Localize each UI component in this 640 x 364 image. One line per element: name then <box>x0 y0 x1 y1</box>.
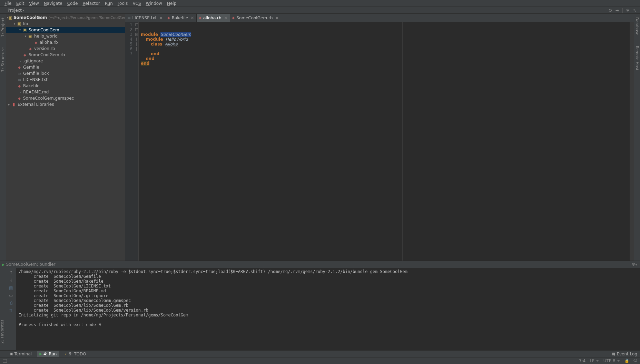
tree-item-label: LICENSE.txt <box>23 77 48 82</box>
wrap-icon[interactable]: ▤ <box>8 285 14 291</box>
menu-code[interactable]: Code <box>65 0 80 7</box>
right-tool-strip: Database Remote Host <box>634 14 640 261</box>
trash-icon[interactable]: 🗑 <box>8 308 14 313</box>
close-icon[interactable]: × <box>190 15 194 20</box>
cursor-position[interactable]: 7:4 <box>579 358 585 363</box>
tree-item-alloha-rb[interactable]: ◆alloha.rb <box>6 39 125 46</box>
hide-icon[interactable]: ⤡ <box>632 8 637 13</box>
expand-arrow-icon[interactable]: ▸ <box>7 103 11 106</box>
remote-host-tool-button[interactable]: Remote Host <box>635 46 639 70</box>
project-tool-button[interactable]: 1: Project <box>1 17 5 37</box>
tree-item-gemfile[interactable]: ◆Gemfile <box>6 64 125 70</box>
target-icon[interactable]: ⊚ <box>608 8 613 13</box>
project-name: SomeCoolGem <box>13 15 47 20</box>
ruby-file-icon: ◆ <box>17 65 22 70</box>
terminal-tab[interactable]: ▣Terminal <box>8 351 34 357</box>
keyword: module <box>141 32 158 37</box>
menu-help[interactable]: Help <box>165 0 179 7</box>
expand-arrow-icon[interactable]: ▾ <box>12 22 17 26</box>
structure-tool-button[interactable]: 7: Structure <box>1 47 5 72</box>
tree-item-license-txt[interactable]: ▭LICENSE.txt <box>6 77 125 83</box>
tree-root[interactable]: ▾ ▣ SomeCoolGem (~/Projects/Personal/gem… <box>6 14 125 21</box>
tree-item-hello-world[interactable]: ▾▣hello_world <box>6 33 125 39</box>
event-log-button[interactable]: ▤Event Log <box>611 352 637 356</box>
statusbar-left <box>3 359 7 363</box>
favorites-tool-button[interactable]: 2: Favorites <box>0 320 4 344</box>
project-panel: ▾ ▣ SomeCoolGem (~/Projects/Personal/gem… <box>6 14 125 261</box>
tree-item-readme-md[interactable]: ▭README.md <box>6 89 125 95</box>
menu-refactor[interactable]: Refactor <box>80 0 102 7</box>
tab-label: LICENSE.txt <box>132 16 157 20</box>
menu-view[interactable]: View <box>27 0 41 7</box>
hector-icon[interactable]: ☺ <box>633 358 637 363</box>
ruby-file-icon: ◆ <box>33 40 39 45</box>
tree-item-label: hello_world <box>34 34 58 39</box>
ruby-file-icon: ◆ <box>22 52 28 57</box>
project-dropdown[interactable]: Project <box>0 8 22 13</box>
down-arrow-icon[interactable]: ↓ <box>8 277 14 283</box>
file-encoding[interactable]: UTF-8 ÷ <box>603 358 620 363</box>
tab-label: alloha.rb <box>203 16 221 20</box>
menu-file[interactable]: File <box>2 0 14 7</box>
tree-item-label: version.rb <box>34 46 55 51</box>
tree-item-gemfile-lock[interactable]: ▭Gemfile.lock <box>6 70 125 77</box>
scroll-icon[interactable]: ▭ <box>8 293 14 298</box>
project-toolbar-icons: ⊚ ⇥ ✻ ⤡ <box>608 8 640 13</box>
menu-vcs[interactable]: VCS <box>130 0 143 7</box>
tree-item--gitignore[interactable]: ▭.gitignore <box>6 58 125 64</box>
gear-icon[interactable]: ✻▾ <box>632 262 637 267</box>
class-name: HelloWorld <box>166 37 188 42</box>
expand-arrow-icon[interactable]: ▾ <box>18 28 22 32</box>
folder-icon: ▣ <box>28 34 33 39</box>
gear-icon[interactable]: ✻ <box>626 8 630 13</box>
separator <box>622 8 623 13</box>
menubar: File Edit View Navigate Code Refactor Ru… <box>0 0 640 7</box>
todo-tab[interactable]: ✓6: TODO <box>62 351 88 357</box>
external-libraries[interactable]: ▸ ▮ External Libraries <box>6 101 125 108</box>
keyword: end <box>151 51 159 56</box>
project-tree[interactable]: ▾ ▣ SomeCoolGem (~/Projects/Personal/gem… <box>6 14 125 261</box>
console-output[interactable]: /home/mg/.rvm/rubies/ruby-2.1.2/bin/ruby… <box>16 268 640 350</box>
close-icon[interactable]: × <box>158 15 163 20</box>
collapse-icon[interactable]: ⇥ <box>615 8 620 13</box>
tree-item-somecoolgem-rb[interactable]: ◆SomeCoolGem.rb <box>6 52 125 58</box>
editor-scrollbar[interactable] <box>630 22 634 261</box>
log-icon: ▤ <box>611 352 615 356</box>
tree-item-label: Rakefile <box>23 83 40 88</box>
line-ending[interactable]: LF ÷ <box>590 358 599 363</box>
chevron-down-icon: ▾ <box>23 9 24 12</box>
menu-tools[interactable]: Tools <box>115 0 130 7</box>
close-icon[interactable]: × <box>274 15 279 20</box>
main-area: 1: Project 7: Structure ▾ ▣ SomeCoolGem … <box>0 14 640 261</box>
tab-license-txt[interactable]: ▭LICENSE.txt× <box>125 14 165 22</box>
tree-item-somecoolgem[interactable]: ▾▣SomeCoolGem <box>6 27 125 33</box>
status-indicator-icon[interactable] <box>3 359 7 363</box>
tree-item-somecoolgem-gemspec[interactable]: ◆SomeCoolGem.gemspec <box>6 95 125 101</box>
tab-rakefile[interactable]: ◆Rakefile× <box>165 14 197 22</box>
menu-window[interactable]: Window <box>144 0 165 7</box>
menu-edit[interactable]: Edit <box>14 0 27 7</box>
statusbar-right: 7:4 LF ÷ UTF-8 ÷ 🔒 ☺ <box>579 358 637 363</box>
tab-alloha-rb[interactable]: ◆alloha.rb× <box>197 14 230 22</box>
print-icon[interactable]: ⎙ <box>8 300 14 306</box>
code-editor[interactable]: module SomeCoolGem module HelloWorld cla… <box>139 22 630 261</box>
tree-item-lib[interactable]: ▾▣lib <box>6 21 125 27</box>
lock-icon[interactable]: 🔒 <box>624 358 629 363</box>
left-strip-extend: 2: Favorites <box>0 268 6 350</box>
expand-arrow-icon[interactable]: ▾ <box>23 34 28 38</box>
tab-somecoolgem-rb[interactable]: ◆SomeCoolGem.rb× <box>230 14 282 22</box>
tree-item-label: SomeCoolGem.gemspec <box>23 96 74 101</box>
folder-icon: ▣ <box>17 21 22 26</box>
text-file-icon: ▭ <box>17 90 22 94</box>
tree-item-version-rb[interactable]: ◆version.rb <box>6 46 125 52</box>
fold-gutter[interactable]: ⊟⊟⊟⌊⌊⌊ <box>135 22 139 261</box>
console-header: ▶ SomeCoolGem: bundler ✻▾ <box>0 261 640 268</box>
statusbar: 7:4 LF ÷ UTF-8 ÷ 🔒 ☺ <box>0 357 640 364</box>
menu-navigate[interactable]: Navigate <box>41 0 65 7</box>
close-icon[interactable]: × <box>223 15 228 20</box>
tree-item-rakefile[interactable]: ◆Rakefile <box>6 83 125 89</box>
database-tool-button[interactable]: Database <box>635 17 639 36</box>
menu-run[interactable]: Run <box>102 0 115 7</box>
up-arrow-icon[interactable]: ↑ <box>8 270 14 275</box>
run-tab[interactable]: ▶4: Run <box>37 351 59 357</box>
